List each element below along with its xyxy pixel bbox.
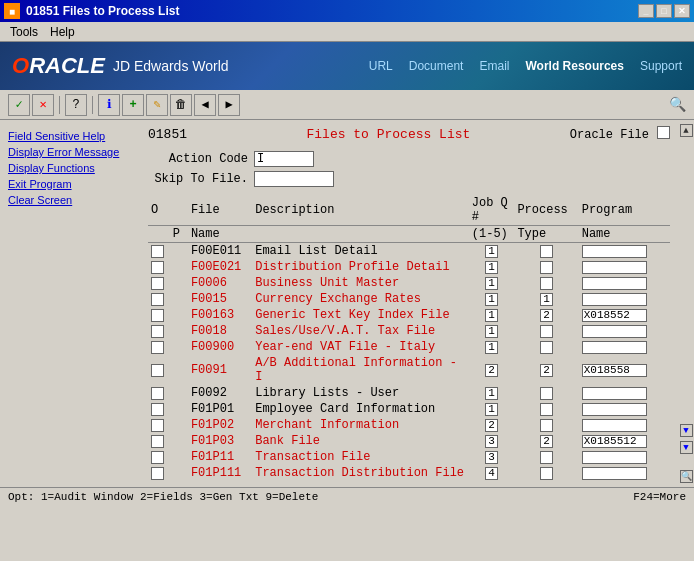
skip-to-file-input[interactable] xyxy=(254,171,334,187)
prog-input-11[interactable] xyxy=(582,435,647,448)
row-prog-8[interactable] xyxy=(579,385,670,401)
job-input-0[interactable] xyxy=(485,245,498,258)
row-proc-10[interactable] xyxy=(514,417,578,433)
proc-input-5[interactable] xyxy=(540,325,553,338)
toolbar-info-button[interactable]: ℹ xyxy=(98,94,120,116)
proc-input-13[interactable] xyxy=(540,467,553,480)
nav-display-error[interactable]: Display Error Message xyxy=(4,144,136,160)
opt-input-10[interactable] xyxy=(151,419,164,432)
proc-input-11[interactable] xyxy=(540,435,553,448)
job-input-6[interactable] xyxy=(485,341,498,354)
opt-input-3[interactable] xyxy=(151,293,164,306)
row-job-6[interactable] xyxy=(469,339,515,355)
opt-input-12[interactable] xyxy=(151,451,164,464)
row-prog-7[interactable] xyxy=(579,355,670,385)
scroll-down-button-1[interactable]: ▼ xyxy=(680,424,693,437)
prog-input-5[interactable] xyxy=(582,325,647,338)
row-job-3[interactable] xyxy=(469,291,515,307)
row-proc-6[interactable] xyxy=(514,339,578,355)
toolbar-edit-button[interactable]: ✎ xyxy=(146,94,168,116)
proc-input-10[interactable] xyxy=(540,419,553,432)
menu-tools[interactable]: Tools xyxy=(4,23,44,41)
proc-input-7[interactable] xyxy=(540,364,553,377)
job-input-8[interactable] xyxy=(485,387,498,400)
row-opt-9[interactable] xyxy=(148,401,170,417)
opt-input-2[interactable] xyxy=(151,277,164,290)
nav-document[interactable]: Document xyxy=(409,59,464,73)
opt-input-9[interactable] xyxy=(151,403,164,416)
row-proc-3[interactable] xyxy=(514,291,578,307)
prog-input-13[interactable] xyxy=(582,467,647,480)
row-prog-9[interactable] xyxy=(579,401,670,417)
proc-input-12[interactable] xyxy=(540,451,553,464)
nav-world-resources[interactable]: World Resources xyxy=(525,59,623,73)
maximize-button[interactable]: □ xyxy=(656,4,672,18)
prog-input-4[interactable] xyxy=(582,309,647,322)
opt-input-11[interactable] xyxy=(151,435,164,448)
proc-input-2[interactable] xyxy=(540,277,553,290)
row-proc-8[interactable] xyxy=(514,385,578,401)
job-input-2[interactable] xyxy=(485,277,498,290)
prog-input-3[interactable] xyxy=(582,293,647,306)
prog-input-2[interactable] xyxy=(582,277,647,290)
proc-input-1[interactable] xyxy=(540,261,553,274)
proc-input-4[interactable] xyxy=(540,309,553,322)
row-job-4[interactable] xyxy=(469,307,515,323)
scroll-up-button[interactable]: ▲ xyxy=(680,124,693,137)
nav-field-sensitive-help[interactable]: Field Sensitive Help xyxy=(4,128,136,144)
nav-support[interactable]: Support xyxy=(640,59,682,73)
row-opt-2[interactable] xyxy=(148,275,170,291)
prog-input-9[interactable] xyxy=(582,403,647,416)
row-opt-8[interactable] xyxy=(148,385,170,401)
nav-display-functions[interactable]: Display Functions xyxy=(4,160,136,176)
row-prog-5[interactable] xyxy=(579,323,670,339)
proc-input-0[interactable] xyxy=(540,245,553,258)
job-input-3[interactable] xyxy=(485,293,498,306)
row-job-13[interactable] xyxy=(469,465,515,481)
row-job-9[interactable] xyxy=(469,401,515,417)
toolbar-delete-button[interactable]: 🗑 xyxy=(170,94,192,116)
row-prog-11[interactable] xyxy=(579,433,670,449)
proc-input-9[interactable] xyxy=(540,403,553,416)
row-opt-11[interactable] xyxy=(148,433,170,449)
row-opt-10[interactable] xyxy=(148,417,170,433)
row-proc-9[interactable] xyxy=(514,401,578,417)
row-proc-13[interactable] xyxy=(514,465,578,481)
job-input-1[interactable] xyxy=(485,261,498,274)
row-job-12[interactable] xyxy=(469,449,515,465)
proc-input-3[interactable] xyxy=(540,293,553,306)
row-opt-3[interactable] xyxy=(148,291,170,307)
nav-clear-screen[interactable]: Clear Screen xyxy=(4,192,136,208)
prog-input-12[interactable] xyxy=(582,451,647,464)
toolbar-next-button[interactable]: ▶ xyxy=(218,94,240,116)
nav-email[interactable]: Email xyxy=(479,59,509,73)
prog-input-10[interactable] xyxy=(582,419,647,432)
row-prog-0[interactable] xyxy=(579,243,670,260)
opt-input-4[interactable] xyxy=(151,309,164,322)
row-proc-5[interactable] xyxy=(514,323,578,339)
row-job-1[interactable] xyxy=(469,259,515,275)
job-input-11[interactable] xyxy=(485,435,498,448)
search-icon[interactable]: 🔍 xyxy=(669,96,686,113)
opt-input-5[interactable] xyxy=(151,325,164,338)
job-input-10[interactable] xyxy=(485,419,498,432)
opt-input-0[interactable] xyxy=(151,245,164,258)
row-opt-7[interactable] xyxy=(148,355,170,385)
row-prog-3[interactable] xyxy=(579,291,670,307)
row-job-10[interactable] xyxy=(469,417,515,433)
row-opt-0[interactable] xyxy=(148,243,170,260)
job-input-12[interactable] xyxy=(485,451,498,464)
prog-input-8[interactable] xyxy=(582,387,647,400)
row-proc-1[interactable] xyxy=(514,259,578,275)
row-job-7[interactable] xyxy=(469,355,515,385)
row-opt-12[interactable] xyxy=(148,449,170,465)
toolbar-help-button[interactable]: ? xyxy=(65,94,87,116)
row-prog-1[interactable] xyxy=(579,259,670,275)
opt-input-1[interactable] xyxy=(151,261,164,274)
action-code-input[interactable] xyxy=(254,151,314,167)
prog-input-0[interactable] xyxy=(582,245,647,258)
row-prog-13[interactable] xyxy=(579,465,670,481)
job-input-5[interactable] xyxy=(485,325,498,338)
opt-input-13[interactable] xyxy=(151,467,164,480)
oracle-file-checkbox[interactable] xyxy=(657,126,670,139)
